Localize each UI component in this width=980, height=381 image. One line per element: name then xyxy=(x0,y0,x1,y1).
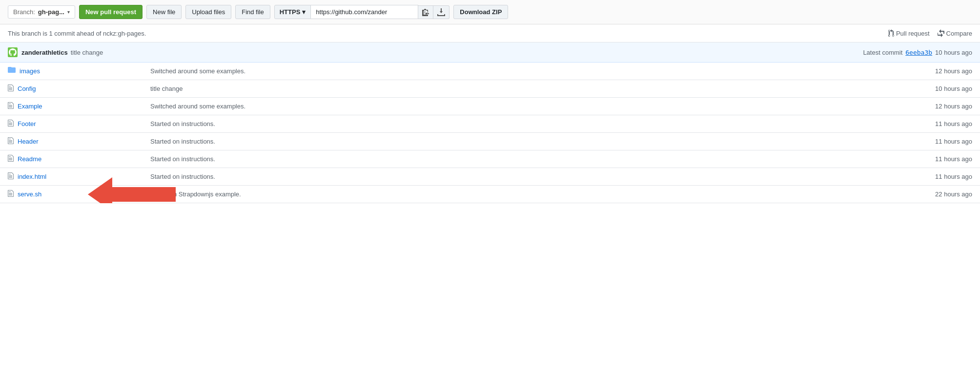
file-link[interactable]: serve.sh xyxy=(18,190,41,198)
time-ago: 11 hours ago xyxy=(710,150,980,168)
commit-message: Start with Strapdownjs example. xyxy=(150,190,241,198)
https-group: HTTPS ▾ xyxy=(274,5,450,19)
time-ago: 12 hours ago xyxy=(710,98,980,115)
branch-name: gh-pag... xyxy=(38,8,64,16)
branch-label: Branch: xyxy=(13,8,35,16)
file-link[interactable]: Readme xyxy=(18,155,41,163)
table-row: ReadmeStarted on instructions.11 hours a… xyxy=(0,150,980,168)
https-button[interactable]: HTTPS ▾ xyxy=(274,5,311,19)
commit-message: Started on instructions. xyxy=(150,155,215,163)
latest-commit-right: Latest commit 6eeba3b 10 hours ago xyxy=(863,49,972,56)
table-row: serve.shStart with Strapdownjs example.2… xyxy=(0,186,980,203)
commit-bar-actions: Pull request Compare xyxy=(888,29,972,37)
file-name-cell: serve.sh xyxy=(8,190,135,199)
toolbar: Branch: gh-pag... ▾ New pull request New… xyxy=(0,0,980,24)
branch-selector[interactable]: Branch: gh-pag... ▾ xyxy=(8,5,75,19)
chevron-down-icon: ▾ xyxy=(302,8,306,16)
commit-message: Started on instructions. xyxy=(150,120,215,127)
commit-message-cell: Switched around some examples. xyxy=(143,63,710,80)
file-link[interactable]: Footer xyxy=(18,120,36,127)
file-table-container: imagesSwitched around some examples.12 h… xyxy=(0,63,980,203)
download-icon-button[interactable] xyxy=(433,5,449,19)
time-ago: 22 hours ago xyxy=(710,186,980,203)
file-table: imagesSwitched around some examples.12 h… xyxy=(0,63,980,203)
table-row: ExampleSwitched around some examples.12 … xyxy=(0,98,980,115)
time-ago: 11 hours ago xyxy=(710,133,980,150)
commit-message-cell: Switched around some examples. xyxy=(143,98,710,115)
commit-message: Switched around some examples. xyxy=(150,67,245,75)
file-icon xyxy=(8,119,14,128)
commit-bar: This branch is 1 commit ahead of nckz:gh… xyxy=(0,24,980,42)
time-ago: 12 hours ago xyxy=(710,63,980,80)
commit-message-cell: title change xyxy=(143,80,710,98)
file-link[interactable]: Example xyxy=(18,103,42,110)
https-label: HTTPS xyxy=(280,8,301,16)
file-name-cell: images xyxy=(8,66,135,76)
commit-bar-message: This branch is 1 commit ahead of nckz:gh… xyxy=(8,30,146,37)
commit-message: Started on instructions. xyxy=(150,138,215,145)
latest-commit-time: 10 hours ago xyxy=(935,49,972,56)
latest-commit-message: title change xyxy=(71,49,103,56)
latest-commit-row: zanderathletics title change Latest comm… xyxy=(0,42,980,63)
file-icon xyxy=(8,154,14,164)
commit-message: Switched around some examples. xyxy=(150,103,245,110)
latest-commit-hash[interactable]: 6eeba3b xyxy=(905,49,932,56)
new-pull-request-button[interactable]: New pull request xyxy=(79,5,143,19)
table-row: index.htmlStarted on instructions.11 hou… xyxy=(0,168,980,186)
file-icon xyxy=(8,102,14,111)
time-ago: 11 hours ago xyxy=(710,168,980,186)
table-row: Configtitle change10 hours ago xyxy=(0,80,980,98)
page-wrapper: Branch: gh-pag... ▾ New pull request New… xyxy=(0,0,980,203)
download-zip-button[interactable]: Download ZIP xyxy=(453,5,508,19)
commit-message: title change xyxy=(150,85,183,92)
compare-link[interactable]: Compare xyxy=(938,29,972,37)
latest-commit-label: Latest commit xyxy=(863,49,902,56)
new-file-button[interactable]: New file xyxy=(146,5,182,19)
url-input[interactable] xyxy=(311,5,418,19)
file-name-cell: Readme xyxy=(8,154,135,164)
table-row: HeaderStarted on instructions.11 hours a… xyxy=(0,133,980,150)
file-link[interactable]: Config xyxy=(18,85,36,92)
commit-message-cell: Started on instructions. xyxy=(143,168,710,186)
commit-message-cell: Started on instructions. xyxy=(143,150,710,168)
file-icon xyxy=(8,137,14,146)
table-row: imagesSwitched around some examples.12 h… xyxy=(0,63,980,80)
commit-message-cell: Started on instructions. xyxy=(143,133,710,150)
clipboard-icon-button[interactable] xyxy=(418,5,433,19)
file-name-cell: Footer xyxy=(8,119,135,128)
file-icon xyxy=(8,172,14,181)
table-row: FooterStarted on instructions.11 hours a… xyxy=(0,115,980,133)
commit-message-cell: Start with Strapdownjs example. xyxy=(143,186,710,203)
commit-message-cell: Started on instructions. xyxy=(143,115,710,133)
file-name-cell: Header xyxy=(8,137,135,146)
file-name-cell: index.html xyxy=(8,172,135,181)
compare-label: Compare xyxy=(946,30,972,37)
file-link[interactable]: index.html xyxy=(18,173,46,180)
pull-request-label: Pull request xyxy=(896,30,930,37)
file-icon xyxy=(8,84,14,93)
pull-request-link[interactable]: Pull request xyxy=(888,29,930,37)
file-name-cell: Config xyxy=(8,84,135,93)
folder-icon xyxy=(8,66,16,76)
file-link[interactable]: Header xyxy=(18,138,39,145)
latest-commit-author[interactable]: zanderathletics xyxy=(21,49,68,56)
file-icon xyxy=(8,190,14,199)
commit-message: Started on instructions. xyxy=(150,173,215,180)
find-file-button[interactable]: Find file xyxy=(235,5,270,19)
file-link[interactable]: images xyxy=(20,67,40,75)
time-ago: 10 hours ago xyxy=(710,80,980,98)
upload-files-button[interactable]: Upload files xyxy=(185,5,231,19)
file-name-cell: Example xyxy=(8,102,135,111)
avatar xyxy=(8,47,18,57)
chevron-down-icon: ▾ xyxy=(67,9,70,15)
time-ago: 11 hours ago xyxy=(710,115,980,133)
